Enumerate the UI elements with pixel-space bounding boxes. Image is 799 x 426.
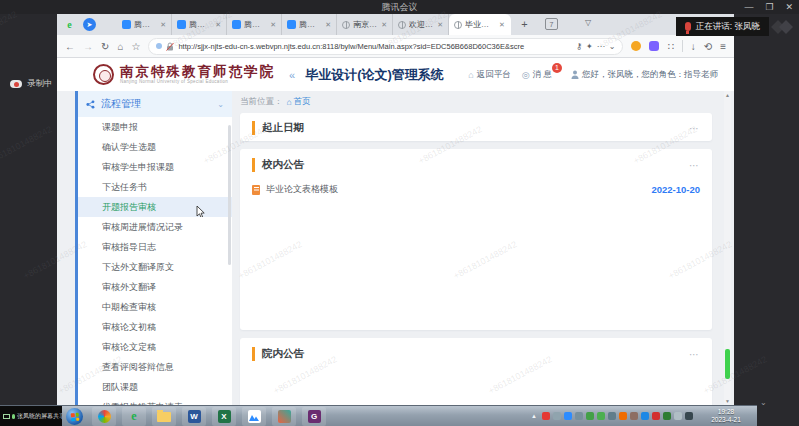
favorite-icon[interactable]: ☆ — [131, 41, 140, 52]
tray-icon[interactable] — [641, 412, 649, 420]
apps-grid-icon[interactable]: ∷ — [667, 41, 673, 52]
sidebar-scrollbar[interactable] — [228, 125, 231, 265]
address-bar[interactable]: http://sjjx-njts-edu-cn-s.webvpn.njts.ed… — [148, 38, 623, 55]
close-icon[interactable]: ✕ — [785, 2, 793, 12]
insecure-lock-icon — [166, 42, 174, 51]
scrollbar-thumb[interactable] — [725, 349, 730, 379]
tab-close-icon[interactable]: ✕ — [215, 21, 221, 29]
hidden-icons-chevron[interactable]: ▲ — [531, 413, 537, 419]
meeting-titlebar: 腾讯会议 — [0, 0, 799, 14]
sidebar-item-view-defense-info[interactable]: 查看评阅答辩信息 — [78, 357, 232, 377]
tab-thesis-active[interactable]: 毕业设计（论 ✕ — [449, 14, 511, 35]
chevron-down-icon[interactable]: ⌄ — [609, 42, 616, 51]
scroll-up-icon[interactable]: ▲ — [724, 92, 731, 98]
tab-njts[interactable]: 南京特殊教... ✕ — [337, 14, 393, 35]
sidebar-item-review-student-topics[interactable]: 审核学生申报课题 — [78, 157, 232, 177]
sidebar-item-review-draft[interactable]: 审核论文初稿 — [78, 317, 232, 337]
password-key-icon[interactable]: ⚷ — [576, 42, 582, 51]
sidebar-item-assign-task[interactable]: 下达任务书 — [78, 177, 232, 197]
new-tab-button[interactable]: + — [517, 17, 532, 32]
tray-icon[interactable] — [674, 412, 682, 420]
site-dot-icon — [156, 43, 162, 49]
refresh-icon[interactable]: ↻ — [101, 41, 109, 52]
tray-icon[interactable] — [630, 412, 638, 420]
sidebar-item-review-translation[interactable]: 审核外文翻译 — [78, 277, 232, 297]
sidebar-item-confirm-selection[interactable]: 确认学生选题 — [78, 137, 232, 157]
url-text[interactable]: http://sjjx-njts-edu-cn-s.webvpn.njts.ed… — [178, 42, 572, 51]
taskbar-explorer-icon[interactable] — [152, 407, 176, 426]
sidebar-item-review-final[interactable]: 审核论文定稿 — [78, 337, 232, 357]
tray-icon[interactable] — [564, 412, 572, 420]
card-menu-icon[interactable]: ⋯ — [689, 349, 700, 360]
tray-icon[interactable] — [619, 412, 627, 420]
taskbar-excel-icon[interactable]: X — [212, 407, 236, 426]
tab-close-icon[interactable]: ✕ — [325, 21, 331, 29]
collapse-sidebar-icon[interactable]: « — [289, 69, 295, 81]
sidebar-item-excellent-report[interactable]: 优秀报告推荐申请表 — [78, 397, 232, 405]
start-button[interactable] — [66, 408, 83, 425]
filter-icon[interactable]: ▽ — [585, 18, 591, 27]
tab-meeting-2[interactable]: 腾讯会议 ✕ — [172, 14, 227, 35]
home-icon[interactable]: ⌂ — [117, 41, 123, 52]
taskbar-photos-icon[interactable] — [272, 407, 296, 426]
tray-icon[interactable] — [542, 412, 550, 420]
tab-close-icon[interactable]: ✕ — [381, 21, 387, 29]
sidebar-item-topic-apply[interactable]: 课题申报 — [78, 117, 232, 137]
taskbar-clock[interactable]: 19:28 2023-4-21 — [697, 408, 755, 425]
taskbar-g-app-icon[interactable]: G — [302, 407, 326, 426]
forward-icon[interactable]: → — [83, 41, 93, 52]
more-icon[interactable]: ⋯ — [597, 42, 605, 51]
tab-close-icon[interactable]: ✕ — [270, 21, 276, 29]
tray-icon[interactable] — [608, 412, 616, 420]
sidebar-item-proposal-review[interactable]: 开题报告审核 — [78, 197, 232, 217]
scroll-down-icon[interactable]: ▼ — [724, 398, 731, 404]
breadcrumb-home-link[interactable]: ⌂ 首页 — [287, 96, 311, 108]
tab-close-icon[interactable]: ✕ — [437, 21, 443, 29]
tab-welcome[interactable]: 欢迎访问 ✕ — [393, 14, 449, 35]
taskbar-360-safety-icon[interactable] — [92, 407, 116, 426]
sidebar-item-midterm-check[interactable]: 中期检查审核 — [78, 297, 232, 317]
card-menu-icon[interactable]: ⋯ — [689, 160, 700, 171]
tray-icon[interactable] — [575, 412, 583, 420]
sidebar-item-assign-translation[interactable]: 下达外文翻译原文 — [78, 257, 232, 277]
download-icon[interactable]: ↓ — [691, 41, 696, 52]
screen-share-bar: 张凤晓的屏幕共享 — [0, 406, 62, 426]
minimize-icon[interactable]: — — [744, 2, 753, 12]
browser-logo-icon[interactable]: e — [63, 18, 76, 31]
collapse-chevron-icon[interactable]: ⌄ — [760, 398, 767, 407]
taskbar-meeting-icon[interactable] — [242, 407, 266, 426]
tab-close-icon[interactable]: ✕ — [499, 21, 505, 29]
card-menu-icon[interactable]: ⋯ — [689, 123, 700, 134]
zap-icon[interactable]: ✦ — [586, 42, 593, 51]
tray-icon[interactable] — [685, 412, 693, 420]
restore-session-icon[interactable]: ⟲ — [704, 41, 712, 52]
menu-icon[interactable]: ≡ — [720, 41, 726, 52]
record-cloud-icon — [10, 80, 22, 88]
tray-icon[interactable] — [597, 412, 605, 420]
extension-orange-icon[interactable] — [631, 41, 641, 51]
tray-icon[interactable] — [586, 412, 594, 420]
extension-purple-icon[interactable] — [649, 41, 659, 51]
tab-meeting-3[interactable]: 腾讯会议 ✕ — [227, 14, 282, 35]
taskbar-browser-icon[interactable]: e — [122, 407, 146, 426]
tab-meeting-1[interactable]: 腾讯会议 ✕ — [117, 14, 172, 35]
sidebar-item-weekly-progress[interactable]: 审核周进展情况记录 — [78, 217, 232, 237]
page-scrollbar[interactable]: ▲ ▼ — [724, 91, 731, 405]
sidebar-item-team-topic[interactable]: 团队课题 — [78, 377, 232, 397]
nav-shortcut-icon[interactable]: ➤ — [83, 18, 96, 31]
tab-meeting-4[interactable]: 腾讯会议 ✕ — [282, 14, 337, 35]
notice-item[interactable]: 毕业论文表格模板 2022-10-20 — [240, 179, 712, 196]
tray-icon[interactable] — [663, 412, 671, 420]
taskbar-word-icon[interactable]: W — [182, 407, 206, 426]
window-count-icon[interactable]: 7 — [545, 18, 558, 30]
back-icon[interactable]: ← — [65, 41, 75, 52]
restore-icon[interactable]: ❐ — [765, 2, 773, 12]
tray-icon[interactable] — [652, 412, 660, 420]
tray-icon[interactable] — [553, 412, 561, 420]
notice-title[interactable]: 毕业论文表格模板 — [266, 183, 338, 196]
messages-link[interactable]: ◎ 消 息 1 — [522, 69, 552, 81]
sidebar-item-guidance-log[interactable]: 审核指导日志 — [78, 237, 232, 257]
sidebar-group-process[interactable]: 流程管理 ⌄ — [78, 91, 232, 117]
back-platform-link[interactable]: ⌂ 返回平台 — [468, 69, 510, 81]
tab-close-icon[interactable]: ✕ — [160, 21, 166, 29]
